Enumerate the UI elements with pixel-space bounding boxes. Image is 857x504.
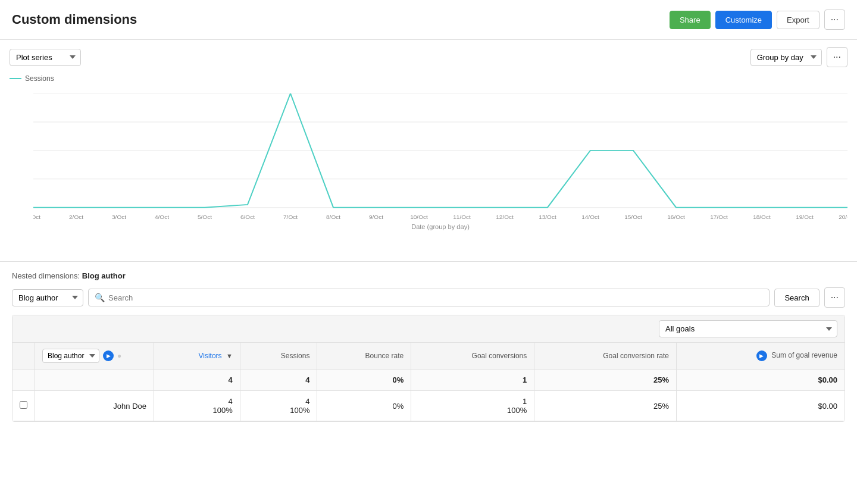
report-table: Blog author ▶ ● Visitors ▼ Sessions Boun…: [12, 343, 845, 421]
row-name: John Doe: [35, 391, 154, 421]
nested-label: Nested dimensions: Blog author: [12, 271, 845, 280]
row-visitors: 4 100%: [154, 391, 240, 421]
row-goal-conversion-rate: 25%: [534, 391, 677, 421]
svg-text:4/Oct: 4/Oct: [155, 214, 169, 220]
th-sessions: Sessions: [240, 343, 317, 370]
svg-text:9/Oct: 9/Oct: [369, 214, 383, 220]
svg-text:1/Oct: 1/Oct: [33, 214, 40, 220]
total-goal-conversions: 1: [411, 370, 534, 391]
chart-legend: Sessions: [10, 74, 847, 83]
dimension-select[interactable]: Blog author: [12, 289, 83, 306]
page-header: Custom dimensions Share Customize Export…: [0, 0, 857, 40]
table-toolbar: Blog author 🔍 Search ···: [12, 287, 845, 308]
svg-text:7/Oct: 7/Oct: [283, 214, 298, 220]
total-bounce-rate: 0%: [317, 370, 411, 391]
goals-row: All goals: [12, 315, 845, 343]
svg-text:10/Oct: 10/Oct: [410, 214, 428, 220]
th-dim-dot: ●: [117, 352, 121, 360]
svg-text:2/Oct: 2/Oct: [69, 214, 83, 220]
svg-text:20/Oct: 20/Oct: [839, 214, 847, 220]
chart-more-button[interactable]: ···: [827, 47, 847, 67]
export-button[interactable]: Export: [777, 11, 820, 29]
legend-sessions-label: Sessions: [25, 74, 54, 83]
header-actions: Share Customize Export ···: [670, 10, 845, 30]
share-button[interactable]: Share: [670, 11, 711, 29]
svg-text:14/Oct: 14/Oct: [581, 214, 599, 220]
th-goal-conversions: Goal conversions: [411, 343, 534, 370]
svg-text:18/Oct: 18/Oct: [753, 214, 771, 220]
row-sum-goal-revenue: $0.00: [677, 391, 845, 421]
svg-text:16/Oct: 16/Oct: [667, 214, 685, 220]
nested-section: Nested dimensions: Blog author Blog auth…: [0, 262, 857, 422]
page-title: Custom dimensions: [12, 12, 137, 27]
th-dimension-select[interactable]: Blog author: [42, 349, 99, 363]
table-more-button[interactable]: ···: [824, 287, 845, 308]
group-by-select[interactable]: Group by day: [750, 49, 822, 66]
chart-svg: 0 0.5 1 1.5 2 1/Oct 2/Oct 3/Oct 4/Oct 5/…: [33, 93, 847, 230]
svg-text:12/Oct: 12/Oct: [496, 214, 514, 220]
total-sessions: 4: [240, 370, 317, 391]
th-revenue-icon: ▶: [756, 350, 767, 361]
th-goal-conversion-rate: Goal conversion rate: [534, 343, 677, 370]
row-checkbox-cell[interactable]: [12, 391, 35, 421]
play-icon[interactable]: ▶: [103, 350, 114, 361]
total-checkbox-cell: [12, 370, 35, 391]
search-icon: 🔍: [95, 293, 105, 302]
svg-text:17/Oct: 17/Oct: [710, 214, 728, 220]
row-checkbox[interactable]: [20, 401, 27, 409]
data-table: All goals Blog author ▶ ●: [12, 315, 845, 422]
row-bounce-rate: 0%: [317, 391, 411, 421]
plot-series-select[interactable]: Plot series: [10, 49, 81, 66]
sort-arrow: ▼: [226, 352, 233, 359]
th-checkbox: [12, 343, 35, 370]
chart-container: 0 0.5 1 1.5 2 1/Oct 2/Oct 3/Oct 4/Oct 5/…: [10, 87, 847, 254]
chart-toolbar: Plot series Group by day ···: [10, 47, 847, 67]
customize-button[interactable]: Customize: [715, 11, 772, 29]
svg-text:8/Oct: 8/Oct: [326, 214, 340, 220]
chart-section: Plot series Group by day ··· Sessions: [0, 40, 857, 262]
row-sessions: 4 100%: [240, 391, 317, 421]
svg-text:19/Oct: 19/Oct: [796, 214, 814, 220]
table-header-row: Blog author ▶ ● Visitors ▼ Sessions Boun…: [12, 343, 845, 370]
th-dimension: Blog author ▶ ●: [35, 343, 154, 370]
th-sum-goal-revenue: ▶ Sum of goal revenue: [677, 343, 845, 370]
svg-text:11/Oct: 11/Oct: [453, 214, 471, 220]
total-goal-conversion-rate: 25%: [534, 370, 677, 391]
goals-select[interactable]: All goals: [659, 320, 837, 337]
total-visitors: 4: [154, 370, 240, 391]
table-row: John Doe 4 100% 4 100% 0% 1 100%: [12, 391, 845, 421]
search-button[interactable]: Search: [774, 289, 819, 307]
search-input[interactable]: [108, 293, 763, 302]
chart-toolbar-right: Group by day ···: [750, 47, 847, 67]
total-sum-goal-revenue: $0.00: [677, 370, 845, 391]
th-dim-wrapper: Blog author ▶ ●: [42, 349, 146, 363]
legend-line-sessions: [10, 78, 21, 79]
total-name-cell: [35, 370, 154, 391]
nested-dimension-name: Blog author: [82, 271, 126, 280]
th-bounce-rate: Bounce rate: [317, 343, 411, 370]
svg-text:Date (group by day): Date (group by day): [411, 223, 470, 230]
th-visitors[interactable]: Visitors ▼: [154, 343, 240, 370]
svg-text:5/Oct: 5/Oct: [198, 214, 212, 220]
total-row: 4 4 0% 1 25% $0.00: [12, 370, 845, 391]
chart-toolbar-left: Plot series: [10, 49, 81, 66]
svg-text:15/Oct: 15/Oct: [624, 214, 642, 220]
svg-text:6/Oct: 6/Oct: [240, 214, 255, 220]
more-options-button[interactable]: ···: [824, 10, 845, 30]
svg-text:3/Oct: 3/Oct: [112, 214, 126, 220]
row-goal-conversions: 1 100%: [411, 391, 534, 421]
search-box: 🔍: [88, 289, 770, 306]
svg-text:13/Oct: 13/Oct: [539, 214, 556, 220]
